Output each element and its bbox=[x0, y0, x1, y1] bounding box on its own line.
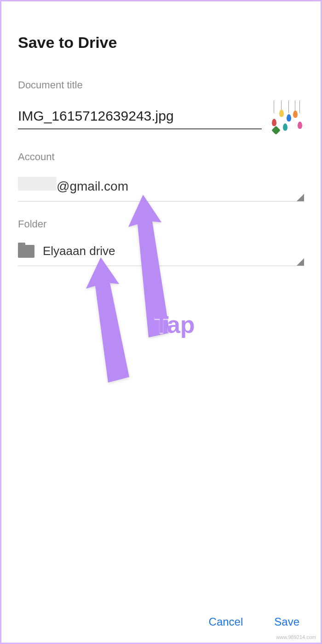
dropdown-icon bbox=[297, 258, 304, 266]
document-title-label: Document title bbox=[18, 79, 304, 91]
save-button[interactable]: Save bbox=[271, 615, 302, 629]
save-to-drive-dialog: Save to Drive Document title Account @gm… bbox=[0, 0, 322, 644]
account-label: Account bbox=[18, 151, 304, 163]
account-redacted bbox=[18, 177, 57, 191]
folder-icon bbox=[18, 245, 34, 258]
file-thumbnail bbox=[270, 100, 304, 134]
account-field: Account @gmail.com bbox=[18, 151, 304, 202]
dialog-title: Save to Drive bbox=[18, 34, 304, 52]
account-suffix: @gmail.com bbox=[57, 179, 128, 194]
dropdown-icon bbox=[297, 194, 304, 201]
annotation-tap-label: Tap bbox=[154, 311, 195, 338]
document-title-field: Document title bbox=[18, 79, 304, 134]
watermark: www.989214.com bbox=[276, 634, 316, 640]
document-title-row bbox=[18, 100, 304, 134]
account-value: @gmail.com bbox=[18, 177, 128, 194]
dialog-footer: Cancel Save bbox=[206, 615, 302, 629]
annotation-arrow-folder bbox=[75, 257, 135, 395]
cancel-button[interactable]: Cancel bbox=[206, 615, 246, 629]
document-title-input[interactable] bbox=[18, 105, 262, 129]
folder-value: Elyaaan drive bbox=[43, 244, 115, 258]
